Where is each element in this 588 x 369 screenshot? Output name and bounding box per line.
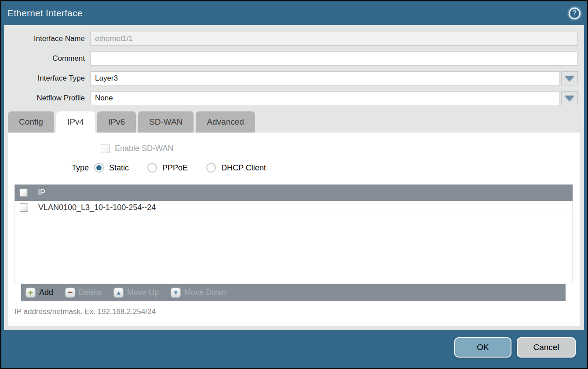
radio-dhcp-client[interactable]: DHCP Client (206, 163, 266, 173)
ethernet-interface-dialog: Ethernet Interface ? Interface Name Comm… (0, 0, 588, 369)
move-up-button-label: Move Up (127, 288, 159, 297)
dialog-title: Ethernet Interface (7, 8, 83, 18)
enable-sdwan-checkbox (101, 144, 110, 153)
move-up-icon: ▲ (113, 288, 124, 298)
radio-dhcp-client-circle[interactable] (206, 163, 216, 173)
interface-name-label: Interface Name (4, 34, 90, 43)
ip-table: IP VLAN0100_L3_10-1-100-254--24 + Add (15, 184, 573, 301)
add-button-label: Add (39, 288, 53, 297)
radio-pppoe[interactable]: PPPoE (147, 163, 188, 173)
move-down-button-label: Move Down (184, 288, 226, 297)
netflow-profile-label: Netflow Profile (4, 94, 90, 103)
radio-pppoe-label: PPPoE (162, 163, 188, 173)
dialog-body: Interface Name Comment Interface Type La… (4, 25, 584, 330)
ok-button[interactable]: OK (454, 337, 511, 358)
move-down-button: ▼ Move Down (171, 288, 226, 298)
type-label: Type (8, 163, 94, 173)
ip-column-header: IP (32, 188, 45, 197)
table-toolbar: + Add − Delete ▲ Move Up ▼ Move Down (21, 284, 566, 301)
ip-table-body: VLAN0100_L3_10-1-100-254--24 (15, 201, 573, 284)
enable-sdwan-row: Enable SD-WAN (8, 133, 580, 153)
delete-icon: − (65, 288, 75, 298)
tab-advanced[interactable]: Advanced (196, 111, 255, 133)
comment-row: Comment (4, 52, 578, 66)
radio-dhcp-client-label: DHCP Client (221, 163, 266, 173)
interface-type-label: Interface Type (4, 74, 90, 83)
comment-field[interactable] (90, 52, 578, 66)
row-checkbox[interactable] (20, 203, 28, 212)
help-icon[interactable]: ? (569, 7, 581, 19)
ipv4-tab-panel: Enable SD-WAN Type Static PPPoE DHCP Cli… (8, 133, 580, 326)
ip-format-hint: IP address/netmask. Ex. 192.168.2.254/24 (15, 307, 580, 316)
form-area: Interface Name Comment Interface Type La… (4, 25, 584, 105)
type-radio-row: Type Static PPPoE DHCP Client (8, 163, 580, 173)
radio-static[interactable]: Static (94, 163, 129, 173)
tab-ipv4[interactable]: IPv4 (56, 111, 95, 133)
interface-name-field (90, 32, 578, 46)
row-ip-value: VLAN0100_L3_10-1-100-254--24 (33, 203, 156, 212)
help-icon-glyph: ? (573, 9, 577, 17)
move-up-button: ▲ Move Up (113, 288, 159, 298)
radio-static-circle[interactable] (94, 163, 104, 173)
radio-static-label: Static (109, 163, 129, 173)
interface-type-dropdown-button[interactable] (561, 71, 578, 85)
add-icon: + (26, 288, 36, 298)
comment-label: Comment (4, 54, 90, 63)
cancel-button[interactable]: Cancel (517, 337, 576, 358)
chevron-down-icon (565, 76, 574, 81)
tab-config[interactable]: Config (8, 111, 54, 133)
select-all-checkbox[interactable] (19, 188, 28, 197)
interface-type-row: Interface Type Layer3 (4, 71, 578, 85)
delete-button-label: Delete (79, 288, 102, 297)
interface-name-row: Interface Name (4, 32, 578, 46)
move-down-icon: ▼ (171, 288, 181, 298)
netflow-profile-select[interactable]: None (90, 91, 559, 105)
netflow-profile-dropdown-button[interactable] (561, 91, 578, 105)
ip-table-header: IP (15, 184, 573, 201)
tab-ipv6[interactable]: IPv6 (97, 111, 136, 133)
dialog-titlebar: Ethernet Interface ? (1, 1, 587, 25)
tab-sdwan[interactable]: SD-WAN (138, 111, 194, 133)
chevron-down-icon (565, 96, 574, 101)
add-button[interactable]: + Add (26, 288, 53, 298)
enable-sdwan-label: Enable SD-WAN (115, 144, 173, 153)
netflow-profile-row: Netflow Profile None (4, 91, 578, 105)
radio-pppoe-circle[interactable] (147, 163, 157, 173)
delete-button: − Delete (65, 288, 102, 298)
interface-type-select[interactable]: Layer3 (90, 71, 559, 85)
table-row[interactable]: VLAN0100_L3_10-1-100-254--24 (15, 201, 572, 214)
tab-bar: Config IPv4 IPv6 SD-WAN Advanced (8, 111, 584, 133)
